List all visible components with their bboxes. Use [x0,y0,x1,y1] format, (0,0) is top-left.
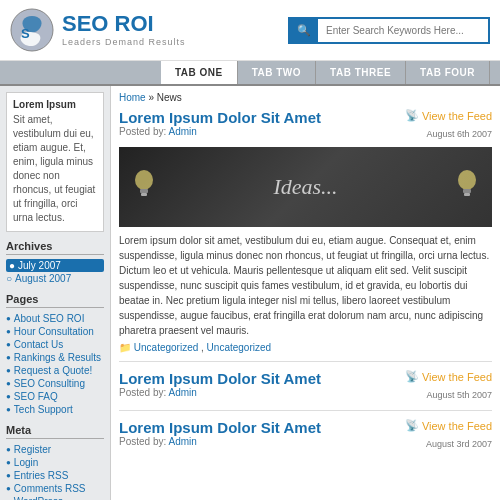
cat-icon: 📁 [119,342,131,353]
svg-point-2 [135,170,153,190]
archive-july[interactable]: ● July 2007 [6,259,104,272]
bulb-right-icon [452,167,482,207]
dot-icon: ● [6,340,11,349]
meta-wordpress[interactable]: ●WordPress [6,495,104,500]
tab-two[interactable]: TAB TWO [238,61,316,84]
search-bar: 🔍 [288,17,490,44]
dot-icon: ● [6,458,11,467]
logo-subtitle: Leaders Demand Results [62,37,186,47]
logo-icon: S [10,8,54,52]
bulb-left-icon [129,167,159,207]
dot-icon: ● [6,445,11,454]
post-1-feed[interactable]: 📡 View the Feed [405,109,492,122]
nav-tabs: TAB ONE TAB TWO TAB THREE TAB FOUR [0,61,500,86]
dot-icon: ● [6,379,11,388]
post-3: Lorem Ipsum Dolor Sit Amet 📡 View the Fe… [119,419,492,459]
rss-icon-3: 📡 [405,419,419,432]
svg-rect-3 [140,189,148,193]
post-2-date: August 5th 2007 [426,390,492,400]
post-2: Lorem Ipsum Dolor Sit Amet 📡 View the Fe… [119,370,492,411]
dot-icon: ● [6,353,11,362]
pages-title: Pages [6,293,104,308]
meta-title: Meta [6,424,104,439]
svg-rect-4 [141,193,147,196]
logo-text: SEO ROI Leaders Demand Results [62,13,186,47]
sidebar-featured-text: Sit amet, vestibulum dui eu, etiam augue… [13,113,97,225]
svg-point-5 [458,170,476,190]
dot-icon: ● [6,327,11,336]
sidebar-featured-title: Lorem Ipsum [13,99,97,110]
post-2-feed-label: View the Feed [422,371,492,383]
meta-register[interactable]: ●Register [6,443,104,456]
logo-area: S SEO ROI Leaders Demand Results [10,8,186,52]
logo-roi: ROI [108,11,153,36]
ideas-image: Ideas... [119,147,492,227]
post-2-meta: Posted by: Admin [119,387,197,398]
breadcrumb-separator: » [148,92,154,103]
post-1-date: August 6th 2007 [426,129,492,139]
archives-title: Archives [6,240,104,255]
page-quote[interactable]: ●Request a Quote! [6,364,104,377]
main-area: Lorem Ipsum Sit amet, vestibulum dui eu,… [0,86,500,500]
search-icon: 🔍 [297,24,311,36]
page-seo-faq[interactable]: ●SEO FAQ [6,390,104,403]
page-rankings[interactable]: ●Rankings & Results [6,351,104,364]
post-1-feed-label: View the Feed [422,110,492,122]
sidebar: Lorem Ipsum Sit amet, vestibulum dui eu,… [0,86,110,500]
rss-icon-2: 📡 [405,370,419,383]
bullet-icon-aug: ○ [6,273,12,284]
meta-login[interactable]: ●Login [6,456,104,469]
content-area: Home » News Lorem Ipsum Dolor Sit Amet 📡… [110,86,500,500]
post-1-cats: 📁 Uncategorized , Uncategorized [119,342,492,353]
sidebar-featured-box: Lorem Ipsum Sit amet, vestibulum dui eu,… [6,92,104,232]
sidebar-archives: Archives ● July 2007 ○ August 2007 [6,240,104,285]
dot-icon: ● [6,405,11,414]
post-3-title[interactable]: Lorem Ipsum Dolor Sit Amet [119,419,321,436]
tab-three[interactable]: TAB THREE [316,61,406,84]
post-3-author[interactable]: Admin [169,436,197,447]
sidebar-meta: Meta ●Register ●Login ●Entries RSS ●Comm… [6,424,104,500]
page-tech[interactable]: ●Tech Support [6,403,104,416]
logo-seo: SEO [62,11,108,36]
meta-entries-rss[interactable]: ●Entries RSS [6,469,104,482]
post-2-author[interactable]: Admin [169,387,197,398]
post-2-feed[interactable]: 📡 View the Feed [405,370,492,383]
dot-icon: ● [6,471,11,480]
breadcrumb-current: News [157,92,182,103]
header: S SEO ROI Leaders Demand Results 🔍 [0,0,500,61]
meta-comments-rss[interactable]: ●Comments RSS [6,482,104,495]
bullet-icon: ● [9,260,15,271]
post-1-body: Lorem ipsum dolor sit amet, vestibulum d… [119,233,492,338]
post-2-title[interactable]: Lorem Ipsum Dolor Sit Amet [119,370,321,387]
tab-one[interactable]: TAB ONE [161,61,238,84]
archive-july-label: July 2007 [18,260,61,271]
post-3-feed[interactable]: 📡 View the Feed [405,419,492,432]
logo-title: SEO ROI [62,13,186,35]
dot-icon: ● [6,392,11,401]
sidebar-pages: Pages ●About SEO ROI ●Hour Consultation … [6,293,104,416]
search-button[interactable]: 🔍 [290,19,318,42]
post-1: Lorem Ipsum Dolor Sit Amet 📡 View the Fe… [119,109,492,362]
post-1-meta: Posted by: Admin [119,126,197,137]
search-input[interactable] [318,21,488,40]
rss-icon: 📡 [405,109,419,122]
page-about[interactable]: ●About SEO ROI [6,312,104,325]
svg-text:S: S [21,26,30,41]
archive-august[interactable]: ○ August 2007 [6,272,104,285]
post-1-cat2[interactable]: Uncategorized [207,342,271,353]
tab-four[interactable]: TAB FOUR [406,61,490,84]
post-3-date: August 3rd 2007 [426,439,492,449]
post-1-cat1[interactable]: Uncategorized [134,342,198,353]
archive-august-label: August 2007 [15,273,71,284]
page-seo-consulting[interactable]: ●SEO Consulting [6,377,104,390]
breadcrumb-home[interactable]: Home [119,92,146,103]
page-contact[interactable]: ●Contact Us [6,338,104,351]
page-hour[interactable]: ●Hour Consultation [6,325,104,338]
dot-icon: ● [6,484,11,493]
post-1-author[interactable]: Admin [169,126,197,137]
post-1-title[interactable]: Lorem Ipsum Dolor Sit Amet [119,109,321,126]
svg-rect-6 [463,189,471,193]
post-3-meta: Posted by: Admin [119,436,197,447]
dot-icon: ● [6,366,11,375]
post-3-feed-label: View the Feed [422,420,492,432]
